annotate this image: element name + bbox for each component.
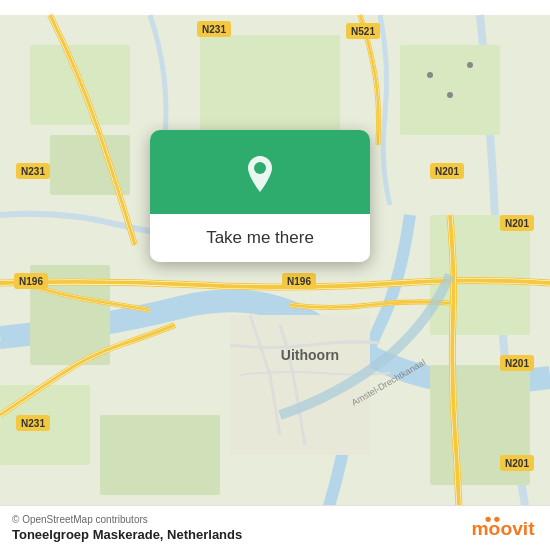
svg-text:N201: N201 [435, 166, 459, 177]
svg-point-36 [467, 62, 473, 68]
svg-point-39 [486, 517, 491, 522]
location-pin-icon [238, 152, 282, 196]
bottom-bar: © OpenStreetMap contributors Toneelgroep… [0, 505, 550, 550]
svg-text:N196: N196 [19, 276, 43, 287]
svg-text:N201: N201 [505, 358, 529, 369]
svg-text:N231: N231 [21, 418, 45, 429]
svg-text:N196: N196 [287, 276, 311, 287]
svg-text:N231: N231 [21, 166, 45, 177]
take-me-there-button[interactable]: Take me there [150, 214, 370, 262]
moovit-logo: moovit [468, 514, 538, 542]
osm-credit: © OpenStreetMap contributors [12, 514, 242, 525]
bottom-left-info: © OpenStreetMap contributors Toneelgroep… [12, 514, 242, 542]
map-background: N521 N231 N231 N231 N201 N201 N201 N201 … [0, 0, 550, 550]
svg-rect-8 [100, 415, 220, 495]
svg-text:Uithoorn: Uithoorn [281, 347, 339, 363]
svg-text:moovit: moovit [472, 518, 536, 539]
map-container: N521 N231 N231 N231 N201 N201 N201 N201 … [0, 0, 550, 550]
popup-header [150, 130, 370, 214]
svg-rect-4 [200, 35, 340, 135]
svg-rect-5 [400, 45, 500, 135]
svg-point-37 [254, 162, 266, 174]
moovit-logo-svg: moovit [468, 514, 538, 542]
popup-card: Take me there [150, 130, 370, 262]
svg-point-35 [447, 92, 453, 98]
svg-point-40 [494, 517, 499, 522]
svg-text:N201: N201 [505, 218, 529, 229]
svg-text:N201: N201 [505, 458, 529, 469]
svg-text:N231: N231 [202, 24, 226, 35]
svg-point-34 [427, 72, 433, 78]
svg-text:N521: N521 [351, 26, 375, 37]
location-name: Toneelgroep Maskerade, Netherlands [12, 527, 242, 542]
